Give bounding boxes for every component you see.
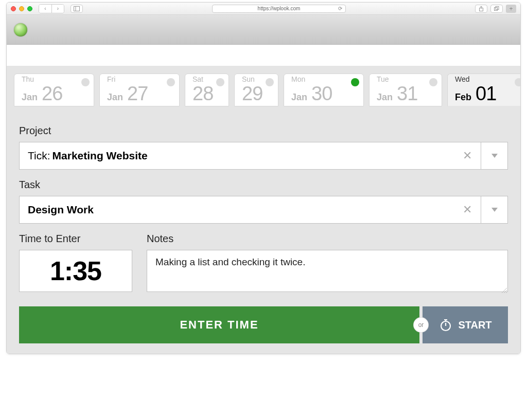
date-status-dot bbox=[515, 78, 521, 86]
svg-marker-5 bbox=[491, 154, 498, 158]
maximize-window-button[interactable] bbox=[27, 6, 32, 11]
task-value: Design Work bbox=[20, 196, 454, 223]
stopwatch-icon bbox=[438, 318, 453, 332]
date-status-dot bbox=[81, 78, 90, 86]
date-status-dot bbox=[351, 78, 359, 86]
date-month: Jan bbox=[22, 92, 38, 103]
task-clear-button[interactable]: ✕ bbox=[454, 196, 481, 223]
date-status-dot bbox=[216, 78, 224, 86]
tabs-button[interactable] bbox=[490, 5, 503, 13]
project-clear-button[interactable]: ✕ bbox=[454, 142, 481, 169]
start-label: START bbox=[458, 319, 491, 331]
date-month: Feb bbox=[455, 92, 471, 103]
date-day-number: 30 bbox=[311, 83, 332, 105]
date-card[interactable]: FriJan27 bbox=[99, 74, 180, 106]
sub-header-bar bbox=[7, 45, 520, 66]
time-entry-form: Project Tick: Marketing Website ✕ Task D… bbox=[7, 106, 520, 354]
date-day-number: 28 bbox=[192, 83, 213, 105]
date-status-dot bbox=[167, 78, 175, 86]
date-month: Jan bbox=[377, 92, 393, 103]
date-day-number: 29 bbox=[242, 83, 262, 105]
date-card[interactable]: WedFeb01 bbox=[447, 74, 521, 106]
time-input[interactable]: 1:35 bbox=[19, 250, 132, 292]
date-month: Jan bbox=[291, 92, 307, 103]
task-dropdown-button[interactable] bbox=[481, 196, 507, 223]
address-url: https://wplook.com bbox=[258, 6, 301, 11]
date-day-number: 01 bbox=[476, 83, 496, 105]
date-status-dot bbox=[429, 78, 437, 86]
browser-window: ‹ › https://wplook.com ⟳ + ThuJan26FriJa… bbox=[6, 2, 521, 354]
sidebar-toggle-button[interactable] bbox=[71, 5, 83, 13]
share-icon bbox=[479, 6, 484, 11]
date-card[interactable]: MonJan30 bbox=[284, 74, 364, 106]
tabs-icon bbox=[494, 6, 499, 11]
close-window-button[interactable] bbox=[11, 6, 16, 11]
date-day-number: 26 bbox=[42, 83, 62, 105]
date-status-dot bbox=[266, 78, 274, 86]
svg-marker-6 bbox=[491, 208, 498, 212]
project-select[interactable]: Tick: Marketing Website ✕ bbox=[19, 142, 508, 170]
app-header bbox=[7, 15, 520, 45]
project-dropdown-button[interactable] bbox=[481, 142, 507, 169]
task-label: Task bbox=[19, 179, 508, 191]
forward-button[interactable]: › bbox=[51, 5, 64, 13]
date-card[interactable]: Sat28 bbox=[185, 74, 229, 106]
chevron-down-icon bbox=[491, 207, 498, 212]
date-strip: ThuJan26FriJan27Sat28Sun29MonJan30TueJan… bbox=[7, 66, 520, 106]
date-weekday: Fri bbox=[107, 76, 173, 83]
app-logo-icon bbox=[14, 23, 27, 36]
traffic-lights bbox=[11, 6, 32, 11]
sidebar-icon bbox=[74, 6, 80, 11]
date-weekday: Mon bbox=[291, 76, 357, 83]
date-card[interactable]: Sun29 bbox=[234, 74, 278, 106]
nav-back-forward: ‹ › bbox=[39, 4, 64, 13]
chevron-down-icon bbox=[491, 153, 498, 158]
minimize-window-button[interactable] bbox=[19, 6, 24, 11]
back-button[interactable]: ‹ bbox=[39, 5, 51, 13]
task-select[interactable]: Design Work ✕ bbox=[19, 196, 508, 224]
date-weekday: Tue bbox=[377, 76, 435, 83]
new-tab-button[interactable]: + bbox=[506, 5, 516, 13]
date-weekday: Wed bbox=[455, 76, 521, 83]
start-timer-button[interactable]: START bbox=[423, 306, 508, 343]
date-day-number: 27 bbox=[127, 83, 148, 105]
time-label: Time to Enter bbox=[19, 233, 132, 245]
notes-textarea[interactable]: Making a list and checking it twice. bbox=[147, 250, 508, 292]
browser-toolbar: ‹ › https://wplook.com ⟳ + bbox=[7, 3, 520, 15]
address-bar[interactable]: https://wplook.com ⟳ bbox=[212, 5, 346, 13]
or-divider: or bbox=[414, 318, 428, 332]
date-weekday: Thu bbox=[22, 76, 87, 83]
date-card[interactable]: TueJan31 bbox=[369, 74, 442, 106]
project-label: Project bbox=[19, 125, 508, 137]
refresh-icon[interactable]: ⟳ bbox=[338, 6, 342, 11]
project-value: Tick: Marketing Website bbox=[20, 142, 454, 169]
date-day-number: 31 bbox=[397, 83, 417, 105]
notes-label: Notes bbox=[147, 233, 508, 245]
enter-time-button[interactable]: ENTER TIME bbox=[19, 306, 419, 343]
share-button[interactable] bbox=[475, 5, 487, 13]
date-card[interactable]: ThuJan26 bbox=[14, 74, 94, 106]
svg-rect-0 bbox=[74, 6, 80, 11]
date-month: Jan bbox=[107, 92, 123, 103]
